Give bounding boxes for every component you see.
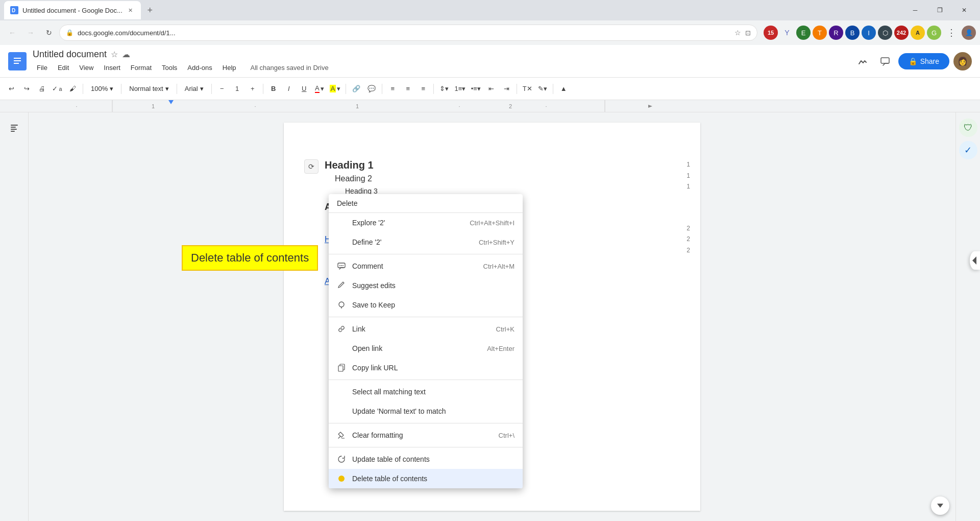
- ext-icon-4[interactable]: T: [813, 26, 827, 40]
- ctx-update-toc[interactable]: Update table of contents: [329, 449, 523, 469]
- ctx-define-left: Define '2': [337, 238, 382, 247]
- ctx-select-all[interactable]: Select all matching text: [329, 382, 523, 401]
- italic-button[interactable]: I: [282, 81, 296, 97]
- ext-icon-10[interactable]: A: [911, 26, 925, 40]
- increase-indent-button[interactable]: ⇥: [499, 81, 513, 97]
- ctx-clear-format[interactable]: Clear formatting Ctrl+\: [329, 425, 523, 445]
- forward-button[interactable]: →: [22, 25, 39, 41]
- right-panel-icon1[interactable]: 🛡: [959, 119, 977, 137]
- numbered-list-button[interactable]: 1≡▾: [452, 81, 468, 97]
- reload-button[interactable]: ↻: [41, 25, 57, 41]
- tab-close-button[interactable]: ✕: [127, 6, 135, 14]
- text-color-button[interactable]: A▾: [312, 81, 327, 97]
- font-size-increase-button[interactable]: +: [246, 81, 260, 97]
- clear-formatting-button[interactable]: T✕: [520, 81, 534, 97]
- toolbar-sep-3: [177, 84, 177, 94]
- back-button[interactable]: ←: [4, 25, 20, 41]
- comments-icon[interactable]: [876, 52, 894, 70]
- underline-button[interactable]: U: [297, 81, 311, 97]
- ctx-open-link[interactable]: Open link Alt+Enter: [329, 339, 523, 358]
- right-panel-icon2[interactable]: ✓: [959, 141, 977, 159]
- doc-title-row: Untitled document ☆ ☁: [33, 49, 847, 60]
- ctx-update-style[interactable]: Update 'Normal text' to match: [329, 401, 523, 421]
- ext-icon-1[interactable]: 15: [764, 26, 778, 40]
- doc-title[interactable]: Untitled document: [33, 49, 107, 60]
- ext-icon-3[interactable]: E: [796, 26, 811, 40]
- doc-star-icon[interactable]: ☆: [111, 50, 118, 59]
- doc-cloud-icon[interactable]: ☁: [122, 50, 130, 59]
- ext-icon-7[interactable]: I: [862, 26, 876, 40]
- print-button[interactable]: 🖨: [35, 81, 49, 97]
- ext-icon-5[interactable]: R: [829, 26, 843, 40]
- menu-file[interactable]: File: [33, 62, 52, 74]
- redo-button[interactable]: ↪: [19, 81, 34, 97]
- ctx-link[interactable]: Link Ctrl+K: [329, 319, 523, 339]
- align-center-button[interactable]: ≡: [401, 81, 415, 97]
- ext-icon-6[interactable]: B: [845, 26, 860, 40]
- window-minimize-button[interactable]: ─: [903, 0, 927, 20]
- explore-icon[interactable]: [853, 52, 872, 70]
- spell-check-button[interactable]: ✓a: [50, 81, 64, 97]
- bookmark-star-icon[interactable]: ☆: [734, 29, 741, 37]
- ctx-copy-link[interactable]: Copy link URL: [329, 358, 523, 377]
- menu-addons[interactable]: Add-ons: [183, 62, 216, 74]
- editing-mode-button[interactable]: ✎▾: [535, 81, 550, 97]
- align-right-button[interactable]: ≡: [416, 81, 430, 97]
- window-maximize-button[interactable]: ❐: [928, 0, 951, 20]
- insert-link-button[interactable]: 🔗: [349, 81, 363, 97]
- ctx-delete-toc[interactable]: Delete table of contents: [329, 469, 523, 488]
- toc-refresh-button[interactable]: ⟳: [304, 159, 318, 174]
- style-dropdown[interactable]: Normal text ▾: [125, 81, 173, 97]
- ext-icon-2[interactable]: Y: [780, 26, 794, 40]
- zoom-dropdown[interactable]: 100% ▾: [86, 81, 118, 97]
- url-bar[interactable]: 🔒 docs.google.com/document/d/1... ☆ ⊡: [59, 25, 757, 41]
- user-avatar[interactable]: 👤: [962, 26, 976, 40]
- paint-format-button[interactable]: 🖌: [65, 81, 80, 97]
- outline-icon[interactable]: [5, 119, 23, 137]
- ext-icon-9[interactable]: 242: [894, 26, 909, 40]
- ctx-define[interactable]: Define '2' Ctrl+Shift+Y: [329, 232, 523, 252]
- line-spacing-button[interactable]: ⇕▾: [437, 81, 451, 97]
- ctx-explore[interactable]: Explore '2' Ctrl+Alt+Shift+I: [329, 213, 523, 232]
- menu-insert[interactable]: Insert: [100, 62, 125, 74]
- right-expand-button[interactable]: [970, 251, 980, 270]
- autosave-status: All changes saved in Drive: [251, 64, 329, 72]
- font-dropdown[interactable]: Arial ▾: [180, 81, 208, 97]
- menu-format[interactable]: Format: [127, 62, 156, 74]
- bold-button[interactable]: B: [266, 81, 281, 97]
- highlight-button[interactable]: A▾: [328, 81, 343, 97]
- undo-button[interactable]: ↩: [4, 81, 18, 97]
- ctx-comment[interactable]: Comment Ctrl+Alt+M: [329, 256, 523, 276]
- ctx-copy-link-left: Copy link URL: [337, 363, 398, 372]
- decrease-indent-button[interactable]: ⇤: [484, 81, 498, 97]
- bulleted-list-button[interactable]: •≡▾: [469, 81, 483, 97]
- menu-help[interactable]: Help: [218, 62, 240, 74]
- ctx-clear-format-icon: [337, 431, 346, 440]
- ext-icon-8[interactable]: ⬡: [878, 26, 892, 40]
- collapse-toolbar-button[interactable]: ▲: [556, 81, 571, 97]
- document-area[interactable]: ⟳ Heading 1 Heading 2 Heading 3 Another …: [29, 112, 955, 521]
- menu-edit[interactable]: Edit: [54, 62, 73, 74]
- chrome-menu-button[interactable]: ⋮: [943, 25, 960, 41]
- browser-tab[interactable]: D Untitled document - Google Doc... ✕: [4, 1, 141, 19]
- ctx-open-link-label: Open link: [352, 344, 382, 352]
- window-close-button[interactable]: ✕: [952, 0, 976, 20]
- toolbar-sep-1: [83, 84, 83, 94]
- cast-icon[interactable]: ⊡: [745, 29, 751, 37]
- share-button[interactable]: 🔒 Share: [898, 53, 949, 69]
- ctx-comment-shortcut: Ctrl+Alt+M: [483, 263, 514, 270]
- menu-view[interactable]: View: [75, 62, 97, 74]
- ctx-keep[interactable]: Save to Keep: [329, 295, 523, 315]
- font-size-decrease-button[interactable]: −: [215, 81, 229, 97]
- ext-icon-11[interactable]: G: [927, 26, 941, 40]
- menu-tools[interactable]: Tools: [158, 62, 181, 74]
- new-tab-button[interactable]: +: [143, 3, 157, 17]
- svg-rect-3: [14, 58, 21, 59]
- scroll-to-bottom-button[interactable]: [931, 496, 949, 515]
- insert-comment-button[interactable]: 💬: [364, 81, 379, 97]
- font-size-value[interactable]: 1: [230, 81, 244, 97]
- ctx-suggest[interactable]: Suggest edits: [329, 276, 523, 295]
- user-profile-avatar[interactable]: 👩: [953, 52, 972, 70]
- docs-app-icon: [8, 52, 27, 70]
- align-left-button[interactable]: ≡: [385, 81, 400, 97]
